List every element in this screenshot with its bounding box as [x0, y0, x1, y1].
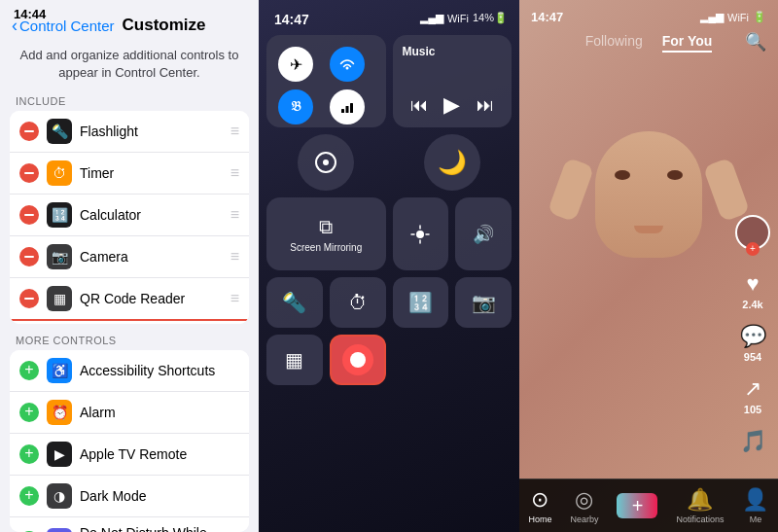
search-icon[interactable]: 🔍 [745, 31, 766, 53]
battery-icon: 🔋 [753, 11, 766, 23]
cc-time: 14:47 [274, 12, 309, 27]
list-item[interactable]: ♿ Accessibility Shortcuts [10, 350, 249, 392]
comment-count: 954 [744, 351, 761, 363]
item-label: Flashlight [80, 124, 227, 139]
add-icon[interactable] [19, 361, 39, 380]
volume-slider[interactable]: 🔊 [455, 197, 512, 270]
battery-icon: 14%🔋 [473, 12, 508, 24]
do-not-disturb-button[interactable]: 🌙 [424, 134, 480, 191]
timer-button[interactable]: ⏱ [330, 277, 386, 328]
comment-button[interactable]: 💬 954 [740, 324, 766, 363]
camera-button[interactable]: 📷 [455, 277, 512, 328]
add-icon[interactable] [19, 403, 39, 422]
creator-avatar[interactable]: + [735, 215, 770, 250]
more-controls-list: ♿ Accessibility Shortcuts ⏰ Alarm ▶ Appl… [10, 350, 249, 532]
list-item[interactable]: 🔦 Flashlight ≡ [10, 111, 249, 153]
tiktok-bottom-nav: ⊙ Home ◎ Nearby + 🔔 Notifications 👤 Me [519, 479, 778, 532]
screen-mirroring-button[interactable]: ⧉ Screen Mirroring [266, 197, 386, 270]
wifi-button[interactable] [330, 47, 365, 82]
list-item[interactable]: ⏱ Timer ≡ [10, 153, 249, 195]
audio-disc-icon: 🎵 [740, 429, 766, 454]
remove-icon[interactable] [19, 289, 39, 308]
tiktok-right-actions: + ♥ 2.4k 💬 954 ↗ 105 🎵 [735, 215, 770, 454]
brightness-slider[interactable] [393, 197, 449, 270]
create-icon[interactable]: + [617, 493, 657, 518]
next-track-icon[interactable]: ⏭ [477, 95, 494, 116]
notifications-icon: 🔔 [687, 487, 713, 513]
nav-create[interactable]: + [617, 493, 657, 518]
prev-track-icon[interactable]: ⏮ [410, 95, 428, 116]
nav-me[interactable]: 👤 Me [742, 487, 768, 524]
tab-following[interactable]: Following [585, 33, 643, 53]
remove-icon[interactable] [19, 163, 39, 183]
cc-network-widget[interactable]: ✈ 𝔅 [266, 35, 386, 127]
screen-recording-list-item[interactable]: Screen Recording ≡ [10, 320, 249, 324]
heart-icon: ♥ [746, 271, 759, 297]
list-item[interactable]: ⏰ Alarm [10, 392, 249, 434]
follow-button[interactable]: + [746, 242, 760, 256]
drag-handle-icon[interactable]: ≡ [230, 123, 239, 140]
screen-mirroring-icon: ⧉ [319, 216, 333, 238]
home-label: Home [528, 514, 551, 524]
add-icon[interactable] [19, 486, 39, 506]
nav-notifications[interactable]: 🔔 Notifications [676, 487, 724, 524]
svg-point-5 [416, 231, 424, 238]
item-label: Accessibility Shortcuts [80, 363, 239, 378]
drag-handle-icon[interactable]: ≡ [230, 206, 239, 224]
calculator-button[interactable]: 🔢 [393, 277, 449, 328]
list-item[interactable]: 🚗 Do Not Disturb While Driving [10, 517, 249, 532]
bluetooth-button[interactable]: 𝔅 [278, 89, 313, 124]
settings-time: 14:44 [14, 7, 46, 21]
drag-handle-icon[interactable]: ≡ [230, 248, 239, 266]
list-item[interactable]: 🔢 Calculator ≡ [10, 195, 249, 236]
flashlight-button[interactable]: 🔦 [266, 277, 323, 328]
play-pause-icon[interactable]: ▶ [443, 92, 460, 118]
nearby-label: Nearby [570, 514, 598, 524]
notifications-label: Notifications [676, 514, 724, 524]
list-item[interactable]: ◑ Dark Mode [10, 476, 249, 517]
list-item[interactable]: ▶ Apple TV Remote [10, 434, 249, 476]
music-label: Music [403, 45, 503, 58]
qr-code-button[interactable]: ▦ [266, 335, 323, 385]
svg-rect-2 [350, 103, 353, 113]
tiktok-tabs: Following For You [519, 29, 778, 56]
svg-rect-0 [341, 109, 344, 113]
include-list: 🔦 Flashlight ≡ ⏱ Timer ≡ 🔢 Calculator ≡ … [10, 111, 249, 324]
flashlight-app-icon: 🔦 [47, 119, 72, 144]
item-label: Apple TV Remote [80, 446, 239, 462]
focus-button[interactable] [298, 134, 354, 191]
screen-mirroring-label: Screen Mirroring [290, 242, 362, 253]
cc-music-widget[interactable]: Music ⏮ ▶ ⏭ [393, 35, 513, 127]
remove-icon[interactable] [19, 247, 39, 266]
add-icon[interactable] [19, 444, 39, 464]
list-item[interactable]: 📷 Camera ≡ [10, 236, 249, 278]
comment-icon: 💬 [740, 324, 766, 349]
airplane-mode-button[interactable]: ✈ [278, 47, 313, 82]
wifi-icon: WiFi [447, 13, 469, 24]
item-label: Camera [80, 249, 227, 265]
screen-record-button[interactable] [330, 335, 386, 385]
tiktok-panel: 14:47 ▂▄▆ WiFi 🔋 Following For You 🔍 [519, 0, 778, 532]
signal-icon: ▂▄▆ [700, 11, 724, 23]
camera-app-icon: 📷 [47, 244, 72, 269]
item-label: Timer [80, 165, 227, 181]
share-button[interactable]: ↗ 105 [744, 376, 761, 415]
cellular-button[interactable] [330, 89, 365, 124]
share-icon: ↗ [744, 376, 761, 402]
remove-icon[interactable] [19, 122, 39, 141]
tab-foryou[interactable]: For You [662, 33, 713, 53]
audio-button[interactable]: 🎵 [740, 429, 766, 454]
drag-handle-icon[interactable]: ≡ [230, 164, 239, 182]
me-label: Me [750, 514, 762, 524]
like-button[interactable]: ♥ 2.4k [742, 271, 762, 310]
drag-handle-icon[interactable]: ≡ [230, 290, 239, 307]
signal-icon: ▂▄▆ [420, 12, 443, 24]
tiktok-header: 14:47 ▂▄▆ WiFi 🔋 [519, 0, 778, 30]
nav-home[interactable]: ⊙ Home [528, 487, 551, 524]
list-item[interactable]: ▦ QR Code Reader ≡ [10, 278, 249, 320]
remove-icon[interactable] [19, 205, 39, 225]
wifi-icon: WiFi [727, 12, 749, 23]
control-center-panel: 14:47 ▂▄▆ WiFi 14%🔋 ✈ 𝔅 Music ⏮ ▶ [259, 0, 519, 532]
nav-nearby[interactable]: ◎ Nearby [570, 487, 598, 524]
share-count: 105 [744, 404, 761, 415]
